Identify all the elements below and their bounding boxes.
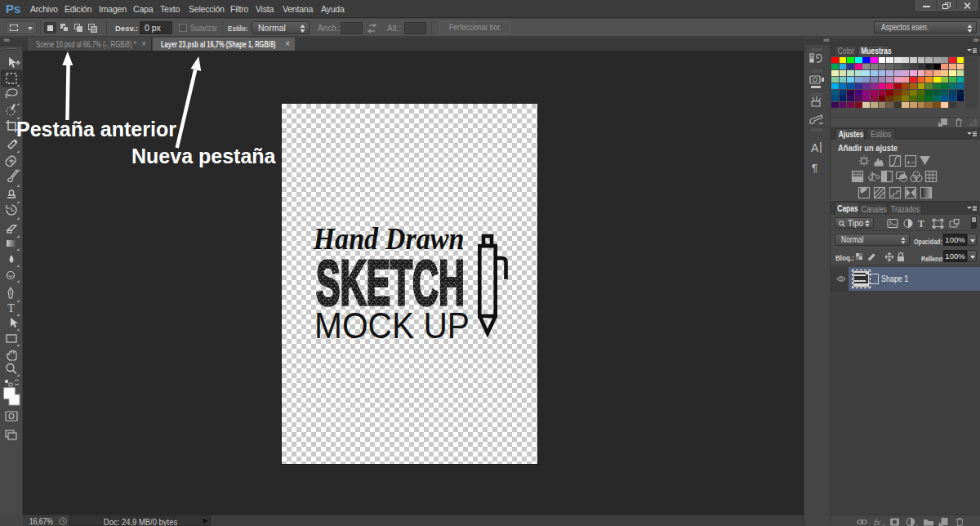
svg-text:Pestaña anterior: Pestaña anterior: [16, 118, 176, 140]
svg-text:Nueva pestaña: Nueva pestaña: [131, 145, 277, 167]
